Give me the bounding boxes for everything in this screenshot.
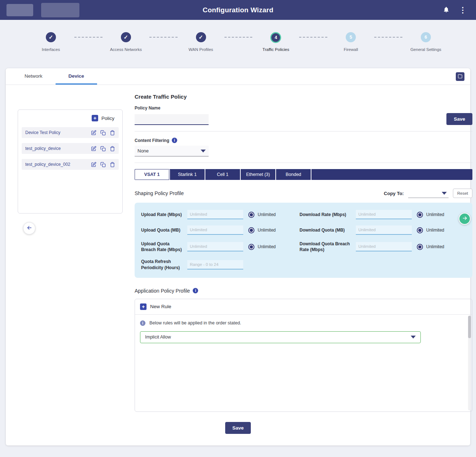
step-circle: 4 [270, 32, 281, 43]
tab-cell-1[interactable]: Cell 1 [205, 169, 241, 180]
delete-policy-button[interactable] [110, 146, 115, 151]
delete-policy-button[interactable] [110, 130, 115, 135]
page-title: Configuration Wizard [203, 6, 274, 14]
step-circle: ✓ [46, 32, 56, 42]
download-quota-breach-unlimited-radio[interactable]: Unlimited [417, 244, 457, 250]
tab-device[interactable]: Device [56, 68, 97, 85]
step-general-settings[interactable]: 6 General Settings [402, 32, 449, 52]
step-interfaces[interactable]: ✓ Interfaces [27, 32, 74, 52]
tab-ethernet-3[interactable]: Ethernet (3) [241, 169, 276, 180]
divider [135, 131, 472, 132]
copy-to-select[interactable] [408, 189, 449, 198]
policy-name: Device Test Policy [25, 130, 91, 135]
content-filtering-value: None [137, 148, 149, 154]
upload-rate-input[interactable] [187, 210, 243, 219]
step-firewall[interactable]: 5 Firewall [327, 32, 374, 52]
notifications-button[interactable] [443, 6, 450, 14]
policy-list-panel: + Policy Device Test Policy test_policy_… [18, 109, 123, 214]
info-icon[interactable]: i [193, 288, 198, 293]
upload-quota-breach-rate-input[interactable] [187, 242, 243, 251]
back-button[interactable] [23, 222, 35, 234]
radio-icon [248, 244, 254, 250]
download-quota-input[interactable] [356, 225, 412, 235]
edit-policy-button[interactable] [91, 162, 96, 167]
application-profile-title: Application Policy Profile [135, 288, 190, 294]
download-rate-unlimited-radio[interactable]: Unlimited [417, 212, 457, 218]
radio-label: Unlimited [426, 212, 444, 217]
radio-icon [417, 212, 423, 218]
policy-list-item[interactable]: test_policy_device [22, 143, 119, 154]
edit-policy-button[interactable] [91, 130, 96, 135]
app-header: Configuration Wizard ⋮ [0, 0, 476, 20]
quota-refresh-periodicity-input[interactable] [187, 260, 243, 270]
rule-implicit-allow[interactable]: Implicit Allow [140, 331, 421, 343]
delete-icon [110, 146, 115, 151]
edit-policy-button[interactable] [91, 146, 96, 151]
shaping-panel: Upload Rate (Mbps) Unlimited Download Ra… [135, 203, 472, 278]
step-circle: 6 [421, 32, 431, 42]
add-policy-label: Policy [101, 116, 114, 121]
open-window-button[interactable] [456, 72, 464, 81]
upload-quota-unlimited-radio[interactable]: Unlimited [248, 227, 294, 233]
copy-policy-button[interactable] [100, 162, 106, 167]
reset-button[interactable]: Reset [453, 189, 472, 198]
tab-bonded[interactable]: Bonded [276, 169, 311, 180]
application-rules-card: + New Rule i Below rules will be applied… [135, 299, 472, 412]
step-label: Traffic Policies [262, 47, 289, 52]
copy-policy-button[interactable] [100, 130, 106, 135]
step-wan-profiles[interactable]: ✓ WAN Profiles [178, 32, 224, 52]
upload-rate-unlimited-radio[interactable]: Unlimited [248, 212, 294, 218]
tab-vsat-1[interactable]: VSAT 1 [135, 169, 170, 180]
download-rate-input[interactable] [356, 210, 412, 219]
policy-list-item[interactable]: test_policy_device_002 [22, 159, 119, 170]
copy-policy-button[interactable] [100, 146, 106, 151]
chevron-down-icon [442, 192, 447, 195]
copy-icon [100, 146, 106, 151]
policy-name-input[interactable] [135, 114, 209, 125]
check-icon: ✓ [198, 34, 203, 40]
overflow-menu-button[interactable]: ⋮ [459, 6, 467, 14]
upload-quota-breach-rate-label: Upload Quota Breach Rate (Mbps) [141, 241, 182, 253]
plus-icon: + [140, 303, 147, 310]
step-connector [299, 37, 327, 38]
check-icon: ✓ [124, 34, 128, 40]
radio-icon [417, 244, 423, 250]
new-rule-button[interactable]: + New Rule [135, 299, 472, 315]
scrollbar[interactable] [468, 316, 471, 410]
save-button[interactable]: Save [446, 113, 472, 125]
radio-label: Unlimited [426, 244, 444, 249]
radio-label: Unlimited [426, 228, 444, 233]
add-policy-button[interactable]: + Policy [22, 115, 119, 121]
radio-icon [248, 227, 254, 233]
content-filtering-select[interactable]: None [135, 146, 209, 156]
tab-starlink-1[interactable]: Starlink 1 [170, 169, 205, 180]
scrollbar-thumb[interactable] [468, 316, 471, 338]
info-icon[interactable]: i [172, 138, 177, 143]
scope-tabs: Network Device [6, 68, 470, 85]
policy-list-item[interactable]: Device Test Policy [22, 127, 119, 138]
download-rate-label: Download Rate (Mbps) [300, 212, 351, 217]
upload-quota-input[interactable] [187, 225, 243, 235]
radio-icon [248, 212, 254, 218]
rule-name: Implicit Allow [145, 335, 171, 340]
step-access-networks[interactable]: ✓ Access Networks [102, 32, 149, 52]
download-quota-unlimited-radio[interactable]: Unlimited [417, 227, 457, 233]
step-label: General Settings [410, 47, 441, 52]
tab-network[interactable]: Network [12, 68, 56, 85]
copy-icon [100, 162, 106, 167]
step-label: Firewall [344, 47, 358, 52]
upload-quota-breach-unlimited-radio[interactable]: Unlimited [248, 244, 294, 250]
save-button-footer[interactable]: Save [225, 422, 251, 434]
edit-icon [91, 146, 96, 151]
check-icon: ✓ [49, 34, 53, 40]
download-quota-breach-rate-input[interactable] [356, 242, 412, 251]
quota-refresh-periodicity-label: Quota Refresh Periodicity (Hours) [141, 259, 182, 270]
delete-policy-button[interactable] [110, 162, 115, 167]
radio-label: Unlimited [258, 212, 276, 217]
rules-list: i Below rules will be applied in the ord… [135, 315, 472, 411]
main-card: Network Device + Policy Device Test Poli… [6, 68, 470, 445]
step-connector [374, 37, 402, 38]
step-traffic-policies[interactable]: 4 Traffic Policies [252, 32, 299, 52]
next-interface-button[interactable] [459, 213, 471, 225]
step-connector [74, 37, 102, 38]
